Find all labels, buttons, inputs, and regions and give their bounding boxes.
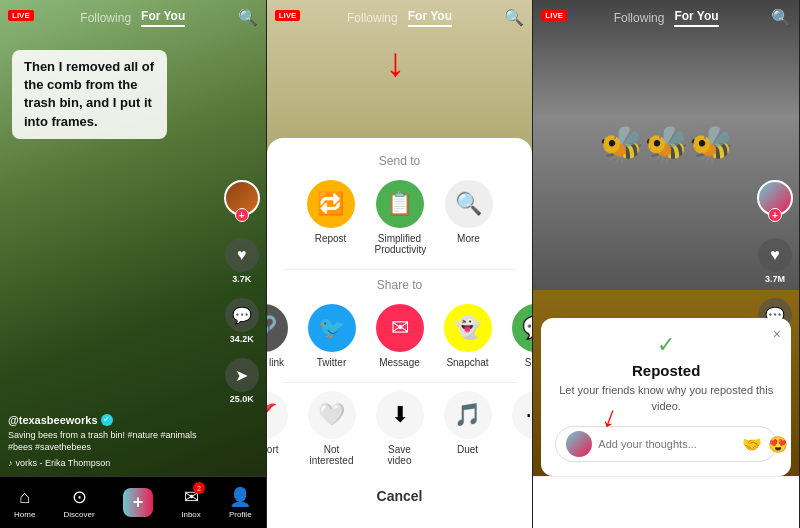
caption-box: Then I removed all of the comb from the …	[12, 50, 167, 139]
share-to-label: Share to	[283, 278, 517, 292]
heart-icon-3: ♥	[758, 238, 792, 272]
live-badge-3: LIVE	[541, 10, 567, 21]
reposted-title: Reposted	[555, 362, 777, 379]
actions-row: 🚩 Report 🤍 Not interested ⬇ Save video 🎵…	[283, 391, 517, 466]
share-sheet: Send to 🔁 Repost 📋 Simplified Productivi…	[267, 138, 533, 528]
red-arrow-overlay: ↓	[386, 40, 406, 85]
top-nav-3: LIVE Following For You 🔍	[533, 0, 799, 36]
nav-add[interactable]: +	[123, 488, 154, 517]
twitter-button[interactable]: 🐦 Twitter	[308, 304, 356, 368]
music-tag: ♪ vorks - Erika Thompson	[8, 458, 216, 468]
heart-eyes-emoji[interactable]: 😍	[768, 435, 788, 454]
repost-button[interactable]: 🔁 Repost	[307, 180, 355, 255]
nav-tabs-3: Following For You	[614, 9, 719, 27]
not-interested-icon: 🤍	[308, 391, 356, 439]
copy-link-button[interactable]: 🔗 Copy link	[267, 304, 288, 368]
thoughts-input[interactable]	[598, 438, 736, 450]
nav-inbox[interactable]: ✉ 2 Inbox	[181, 486, 201, 519]
bottom-nav-3	[533, 476, 799, 528]
cancel-button[interactable]: Cancel	[283, 480, 517, 512]
reposted-description: Let your friends know why you reposted t…	[555, 383, 777, 414]
close-button[interactable]: ×	[773, 326, 781, 342]
like-button-3[interactable]: ♥ 3.7M	[758, 238, 792, 284]
follow-plus[interactable]: +	[235, 208, 249, 222]
nav-tabs-2: Following For You	[347, 9, 452, 27]
simplified-productivity-button[interactable]: 📋 Simplified Productivity	[375, 180, 425, 255]
divider-1	[283, 269, 517, 270]
duet-icon: 🎵	[444, 391, 492, 439]
nav-tabs-1: Following For You	[80, 9, 185, 27]
verified-badge: ✓	[101, 414, 113, 426]
nav-home[interactable]: ⌂ Home	[14, 487, 35, 519]
more-actions-icon: ⋯	[512, 391, 534, 439]
video-info: @texasbeeworks ✓ Saving bees from a tras…	[8, 414, 216, 468]
more-button[interactable]: 🔍 More	[445, 180, 493, 255]
top-nav-1: LIVE Following For You 🔍	[0, 0, 266, 36]
bottom-nav-1: ⌂ Home ⊙ Discover + ✉ 2 Inbox 👤 Profile	[0, 476, 266, 528]
more-actions-button[interactable]: ⋯	[512, 391, 534, 466]
following-tab-3[interactable]: Following	[614, 11, 665, 25]
send-to-label: Send to	[283, 154, 517, 168]
snapchat-button[interactable]: 👻 Snapchat	[444, 304, 492, 368]
panel-3: 🐝🐝🐝 LIVE Following For You 🔍 + ♥ 3.7M 💬 …	[533, 0, 800, 528]
handshake-emoji[interactable]: 🤝	[742, 435, 762, 454]
for-you-tab-2[interactable]: For You	[408, 9, 452, 27]
snapchat-icon: 👻	[444, 304, 492, 352]
report-icon: 🚩	[267, 391, 288, 439]
panel-2: LIVE Following For You 🔍 ↓ Send to 🔁 Rep…	[267, 0, 534, 528]
sms-button[interactable]: 💬 SMS	[512, 304, 534, 368]
share-button-1[interactable]: ➤ 25.0K	[225, 358, 259, 404]
live-badge-2: LIVE	[275, 10, 301, 21]
reposted-modal: × ✓ Reposted Let your friends know why y…	[541, 318, 791, 476]
search-icon-2[interactable]: 🔍	[504, 8, 524, 27]
not-interested-button[interactable]: 🤍 Not interested	[308, 391, 356, 466]
message-button[interactable]: ✉ Message	[376, 304, 424, 368]
top-nav-2: LIVE Following For You 🔍	[267, 0, 533, 36]
comment-button[interactable]: 💬 34.2K	[225, 298, 259, 344]
share-to-row: 🔗 Copy link 🐦 Twitter ✉ Message 👻 Snapch…	[283, 304, 517, 368]
twitter-icon: 🐦	[308, 304, 356, 352]
check-icon: ✓	[555, 332, 777, 358]
creator-avatar[interactable]: +	[224, 180, 260, 216]
description: Saving bees from a trash bin! #nature #a…	[8, 429, 216, 454]
profile-icon: 👤	[229, 486, 251, 508]
like-button[interactable]: ♥ 3.7K	[225, 238, 259, 284]
add-button[interactable]: +	[123, 488, 154, 517]
thoughts-avatar	[566, 431, 592, 457]
live-badge-1: LIVE	[8, 10, 34, 21]
creator-avatar-3[interactable]: +	[757, 180, 793, 216]
duet-button[interactable]: 🎵 Duet	[444, 391, 492, 466]
send-to-row: 🔁 Repost 📋 Simplified Productivity 🔍 Mor…	[283, 180, 517, 255]
following-tab-2[interactable]: Following	[347, 11, 398, 25]
music-note-icon: ♪	[8, 458, 13, 468]
save-video-button[interactable]: ⬇ Save video	[376, 391, 424, 466]
right-actions-1: + ♥ 3.7K 💬 34.2K ➤ 25.0K	[224, 180, 260, 404]
search-icon-1[interactable]: 🔍	[238, 8, 258, 27]
simplified-icon: 📋	[376, 180, 424, 228]
heart-icon: ♥	[225, 238, 259, 272]
panel-1: LIVE Following For You 🔍 Then I removed …	[0, 0, 267, 528]
home-icon: ⌂	[19, 487, 30, 508]
username: @texasbeeworks ✓	[8, 414, 216, 426]
divider-2	[283, 382, 517, 383]
nav-profile[interactable]: 👤 Profile	[229, 486, 252, 519]
repost-icon: 🔁	[307, 180, 355, 228]
message-icon: ✉	[376, 304, 424, 352]
follow-plus-3[interactable]: +	[768, 208, 782, 222]
share-icon: ➤	[225, 358, 259, 392]
for-you-tab-3[interactable]: For You	[674, 9, 718, 27]
nav-discover[interactable]: ⊙ Discover	[63, 486, 94, 519]
report-button[interactable]: 🚩 Report	[267, 391, 288, 466]
copy-link-icon: 🔗	[267, 304, 288, 352]
search-icon-3[interactable]: 🔍	[771, 8, 791, 27]
discover-icon: ⊙	[72, 486, 87, 508]
save-video-icon: ⬇	[376, 391, 424, 439]
for-you-tab-1[interactable]: For You	[141, 9, 185, 27]
thoughts-input-row: 🤝 😍	[555, 426, 777, 462]
bees-icon: 🐝🐝🐝	[599, 124, 734, 166]
more-icon: 🔍	[445, 180, 493, 228]
sms-icon: 💬	[512, 304, 534, 352]
following-tab-1[interactable]: Following	[80, 11, 131, 25]
comment-icon: 💬	[225, 298, 259, 332]
